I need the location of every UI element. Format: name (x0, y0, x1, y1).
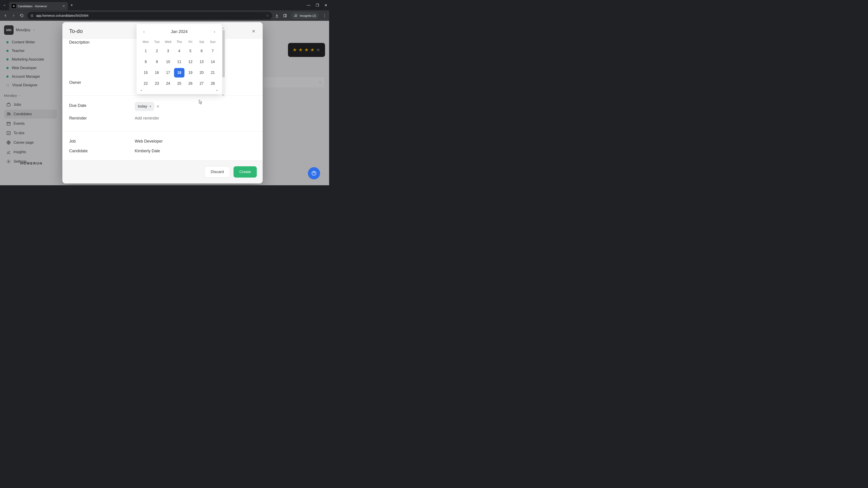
chevron-down-icon: ▾ (150, 105, 151, 108)
help-fab[interactable] (308, 167, 320, 180)
download-icon (275, 13, 279, 18)
calendar-day[interactable]: 1 (141, 46, 151, 56)
url-text: app.homerun.co/candidates/5425494 (36, 14, 88, 18)
calendar-day[interactable]: 16 (152, 68, 162, 77)
tab-close-button[interactable]: ✕ (62, 4, 65, 8)
calendar-day[interactable]: 11 (174, 57, 184, 67)
scroll-up-icon: ▴ (222, 27, 223, 29)
add-reminder-button[interactable]: Add reminder (135, 115, 159, 121)
row-reminder: Reminder Add reminder (62, 113, 263, 127)
calendar-day[interactable]: 18 (174, 68, 184, 77)
calendar-grid: MonTueWedThuFriSatSun1234567891011121314… (141, 39, 218, 88)
scrollbar-thumb[interactable] (222, 30, 225, 77)
calendar-day[interactable]: 15 (141, 68, 151, 77)
incognito-indicator[interactable]: Incognito (2) (291, 12, 319, 19)
modal-close-button[interactable] (251, 29, 256, 33)
weekday-header: Sat (196, 39, 207, 45)
browser-menu-button[interactable]: ⋮ (323, 13, 327, 18)
label-job: Job (69, 138, 128, 144)
calendar-day[interactable]: 22 (141, 79, 151, 88)
close-window-button[interactable]: ✕ (324, 3, 327, 7)
calendar-day[interactable]: 12 (185, 57, 195, 67)
calendar-day[interactable]: 14 (208, 57, 218, 67)
calendar-day[interactable]: 23 (152, 79, 162, 88)
discard-button[interactable]: Discard (205, 166, 230, 177)
calendar-day[interactable]: 10 (163, 57, 173, 67)
browser-tab-strip: H Candidates · Homerun ✕ + ― ❐ ✕ (0, 0, 329, 10)
calendar-day[interactable]: 9 (152, 57, 162, 67)
prev-month-button[interactable]: ‹ (142, 29, 147, 35)
scroll-right-icon: ▸ (217, 89, 218, 92)
bookmark-star-icon[interactable]: ☆ (266, 14, 269, 18)
job-value: Web Developer (135, 138, 163, 144)
forward-button[interactable] (11, 13, 16, 18)
back-button[interactable] (3, 13, 8, 18)
calendar-day[interactable]: 4 (174, 46, 184, 56)
weekday-header: Sun (208, 39, 218, 45)
reload-button[interactable] (19, 13, 24, 18)
tab-list-dropdown[interactable] (2, 2, 7, 8)
reload-icon (20, 13, 24, 18)
next-month-button[interactable]: › (212, 29, 217, 35)
row-due-date: Due Date today ▾ ✕ (62, 96, 263, 113)
calendar-day[interactable]: 2 (152, 46, 162, 56)
scroll-left-icon: ◂ (141, 89, 142, 92)
label-owner: Owner (69, 79, 128, 85)
maximize-button[interactable]: ❐ (316, 3, 319, 7)
label-reminder: Reminder (69, 115, 128, 121)
due-date-chip[interactable]: today ▾ (135, 102, 154, 111)
calendar-day[interactable]: 19 (185, 68, 195, 77)
calendar-day[interactable]: 27 (196, 79, 207, 88)
panel-icon (283, 13, 287, 18)
weekday-header: Tue (152, 39, 162, 45)
incognito-label: Incognito (2) (300, 14, 316, 18)
calendar-day[interactable]: 25 (174, 79, 184, 88)
due-date-value: today (138, 104, 147, 109)
calendar-day[interactable]: 7 (208, 46, 218, 56)
calendar-day[interactable]: 6 (196, 46, 207, 56)
tab-title: Candidates · Homerun (18, 4, 47, 8)
candidate-value: Kimberly Dale (135, 147, 160, 153)
label-due-date: Due Date (69, 102, 128, 111)
calendar-day[interactable]: 17 (163, 68, 173, 77)
tab-favicon: H (12, 4, 16, 8)
create-button[interactable]: Create (234, 166, 257, 177)
browser-tab[interactable]: H Candidates · Homerun ✕ (9, 2, 68, 10)
weekday-header: Wed (163, 39, 173, 45)
datepicker-scrollbar[interactable]: ▴ ▾ (222, 26, 225, 97)
calendar-day[interactable]: 28 (208, 79, 218, 88)
row-job: Job Web Developer (62, 132, 263, 145)
label-description: Description (69, 39, 128, 45)
month-label: Jan 2024 (171, 29, 188, 34)
weekday-header: Fri (185, 39, 195, 45)
window-controls: ― ❐ ✕ (307, 3, 327, 7)
address-bar[interactable]: app.homerun.co/candidates/5425494 ☆ (27, 12, 272, 20)
modal-footer: Discard Create (62, 160, 263, 184)
horizontal-scroll-hint: ◂▸ (141, 88, 218, 92)
calendar-day[interactable]: 24 (163, 79, 173, 88)
modal-title: To-do (69, 28, 83, 34)
calendar-day[interactable]: 5 (185, 46, 195, 56)
arrow-left-icon (3, 13, 7, 18)
label-candidate: Candidate (69, 147, 128, 153)
calendar-day[interactable]: 8 (141, 57, 151, 67)
close-icon (251, 29, 256, 33)
clear-due-date[interactable]: ✕ (156, 104, 159, 109)
minimize-button[interactable]: ― (307, 3, 310, 7)
row-candidate: Candidate Kimberly Dale (62, 145, 263, 160)
downloads-button[interactable] (275, 13, 279, 18)
calendar-day[interactable]: 21 (208, 68, 218, 77)
new-tab-button[interactable]: + (70, 3, 73, 8)
calendar-day[interactable]: 13 (196, 57, 207, 67)
calendar-day[interactable]: 3 (163, 46, 173, 56)
weekday-header: Thu (174, 39, 184, 45)
calendar-day[interactable]: 20 (196, 68, 207, 77)
app-viewport: MM Moodjoy Content Writer Teacher Market… (0, 21, 329, 185)
svg-rect-0 (284, 14, 286, 17)
browser-toolbar: app.homerun.co/candidates/5425494 ☆ Inco… (0, 10, 329, 21)
help-icon (311, 170, 317, 176)
reading-list-button[interactable] (283, 13, 287, 18)
calendar-day[interactable]: 26 (185, 79, 195, 88)
chevron-down-icon (3, 4, 6, 7)
site-info-icon[interactable] (30, 14, 34, 18)
